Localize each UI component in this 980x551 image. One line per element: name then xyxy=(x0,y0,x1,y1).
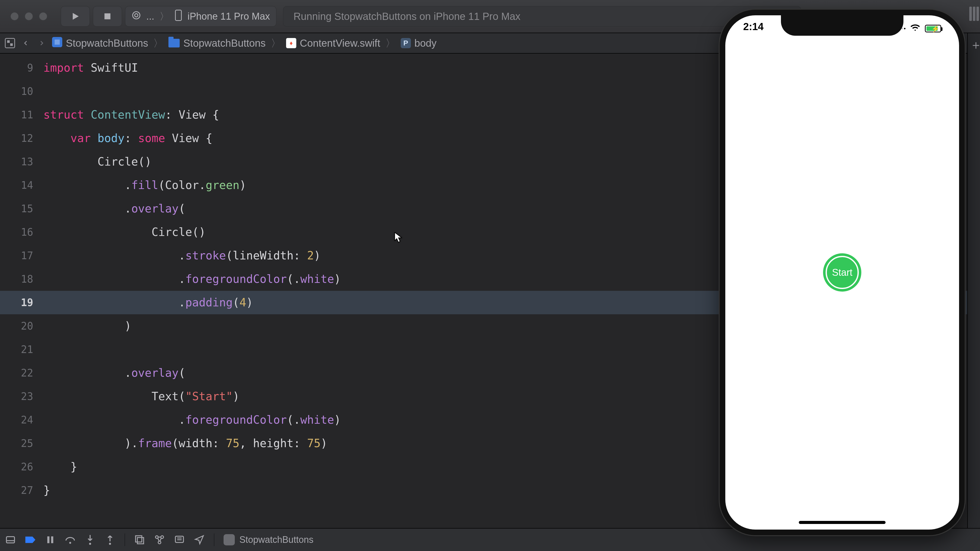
start-button-ring xyxy=(826,256,859,289)
chevron-right-icon: 〉 xyxy=(159,10,169,23)
svg-rect-3 xyxy=(175,10,181,21)
jumpbar-symbol-label: body xyxy=(414,38,437,49)
panel-toggle-icon[interactable] xyxy=(969,6,979,21)
code-content: var body: some View { xyxy=(43,127,212,150)
jumpbar-file[interactable]: ♦ ContentView.swift xyxy=(286,38,380,49)
line-number: 22 xyxy=(0,361,43,385)
line-number: 19 xyxy=(0,291,43,314)
line-number: 26 xyxy=(0,455,43,478)
jumpbar-symbol[interactable]: P body xyxy=(401,38,437,49)
device-notch xyxy=(781,15,904,36)
line-number: 11 xyxy=(0,103,43,127)
line-number: 13 xyxy=(0,150,43,173)
jumpbar-file-label: ContentView.swift xyxy=(300,38,380,49)
svg-point-15 xyxy=(158,541,161,544)
debug-memory-graph-icon[interactable] xyxy=(154,534,165,545)
wifi-icon xyxy=(910,22,920,35)
line-number: 25 xyxy=(0,432,43,455)
debug-view-hierarchy-icon[interactable] xyxy=(134,534,145,545)
simulator-content[interactable]: Start xyxy=(725,15,959,530)
line-number: 18 xyxy=(0,267,43,291)
related-items-icon[interactable] xyxy=(5,38,15,48)
svg-rect-7 xyxy=(51,537,53,543)
activity-status: Running StopwatchButtons on iPhone 11 Pr… xyxy=(283,6,801,27)
play-icon xyxy=(70,11,80,21)
window-traffic-lights xyxy=(10,12,48,21)
code-content: .fill(Color.green) xyxy=(43,173,246,197)
close-window-icon[interactable] xyxy=(10,12,19,21)
svg-rect-11 xyxy=(135,536,142,542)
ios-simulator: 2:14 ⚡ Start xyxy=(720,10,965,535)
home-indicator[interactable] xyxy=(799,521,886,524)
back-button[interactable] xyxy=(21,38,31,48)
line-number: 17 xyxy=(0,244,43,267)
jumpbar-group[interactable]: StopwatchButtons xyxy=(169,38,266,49)
run-button[interactable] xyxy=(61,6,90,27)
target-icon xyxy=(131,11,141,22)
code-content: Text("Start") xyxy=(43,385,239,408)
hide-debug-area-icon[interactable] xyxy=(5,534,16,545)
breakpoints-toggle-icon[interactable] xyxy=(25,534,36,545)
code-content: } xyxy=(43,455,77,478)
pause-continue-icon[interactable] xyxy=(45,534,56,545)
line-number: 24 xyxy=(0,408,43,432)
minimize-window-icon[interactable] xyxy=(24,12,33,21)
code-content: import SwiftUI xyxy=(43,56,138,79)
debug-process[interactable]: StopwatchButtons xyxy=(224,534,313,545)
code-content: .padding(4) xyxy=(43,291,253,314)
app-icon xyxy=(224,534,235,545)
mouse-cursor-icon xyxy=(394,232,402,243)
line-number: 21 xyxy=(0,338,43,361)
code-content: .overlay( xyxy=(43,197,185,221)
jumpbar-project-label: StopwatchButtons xyxy=(66,38,148,49)
line-number: 20 xyxy=(0,314,43,338)
code-content: ).frame(width: 75, height: 75) xyxy=(43,432,328,455)
step-out-icon[interactable] xyxy=(105,534,115,545)
line-number: 23 xyxy=(0,385,43,408)
svg-rect-5 xyxy=(6,537,14,543)
svg-point-2 xyxy=(135,14,138,17)
status-time: 2:14 xyxy=(743,21,764,36)
svg-point-8 xyxy=(69,542,71,544)
step-over-icon[interactable] xyxy=(65,534,76,545)
folder-icon xyxy=(169,39,180,48)
code-content: .foregroundColor(.white) xyxy=(43,267,341,291)
line-number: 15 xyxy=(0,197,43,221)
line-number: 10 xyxy=(0,79,43,103)
svg-rect-6 xyxy=(47,537,49,543)
step-into-icon[interactable] xyxy=(85,534,95,545)
code-content: } xyxy=(43,478,50,502)
environment-overrides-icon[interactable] xyxy=(174,534,185,545)
code-content: Circle() xyxy=(43,150,151,173)
separator xyxy=(214,534,215,546)
line-number: 14 xyxy=(0,173,43,197)
swift-file-icon: ♦ xyxy=(286,38,296,48)
simulate-location-icon[interactable] xyxy=(194,534,205,545)
scheme-selector[interactable]: ... 〉 iPhone 11 Pro Max xyxy=(125,6,277,27)
svg-point-10 xyxy=(109,543,111,545)
stop-button[interactable] xyxy=(93,6,122,27)
code-content: .foregroundColor(.white) xyxy=(43,408,341,432)
jumpbar-project[interactable]: StopwatchButtons xyxy=(52,37,148,49)
line-number: 9 xyxy=(0,56,43,79)
xcode-window: ... 〉 iPhone 11 Pro Max Running Stopwatc… xyxy=(0,0,980,551)
start-button[interactable]: Start xyxy=(823,253,861,292)
chevron-right-icon: 〉 xyxy=(385,36,396,50)
property-icon: P xyxy=(401,38,411,48)
chevron-right-icon: 〉 xyxy=(153,36,163,50)
svg-point-9 xyxy=(89,543,91,545)
svg-point-1 xyxy=(133,11,140,19)
code-content: struct ContentView: View { xyxy=(43,103,219,127)
code-content: .stroke(lineWidth: 2) xyxy=(43,244,321,267)
debug-process-label: StopwatchButtons xyxy=(239,534,313,545)
svg-rect-0 xyxy=(104,13,110,19)
forward-button[interactable] xyxy=(36,38,47,48)
scheme-device-label: iPhone 11 Pro Max xyxy=(188,11,270,22)
library-add-icon[interactable]: ＋ xyxy=(970,37,980,53)
chevron-right-icon: 〉 xyxy=(271,36,281,50)
zoom-window-icon[interactable] xyxy=(39,12,48,21)
scheme-app-label: ... xyxy=(146,11,154,22)
line-number: 16 xyxy=(0,221,43,244)
separator xyxy=(124,534,125,546)
activity-status-text: Running StopwatchButtons on iPhone 11 Pr… xyxy=(293,11,520,22)
